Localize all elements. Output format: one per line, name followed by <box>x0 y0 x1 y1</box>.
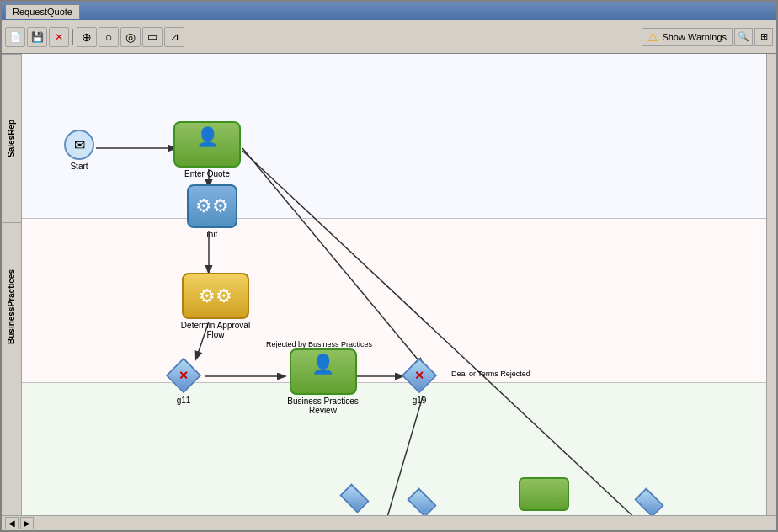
scroll-right[interactable] <box>766 54 776 515</box>
envelope-icon: ✉ <box>74 137 85 153</box>
new-icon: 📄 <box>9 31 22 43</box>
enter-quote-node[interactable]: 👤 Enter Quote <box>173 121 241 178</box>
init-box[interactable]: ⚙⚙ <box>187 184 237 228</box>
enter-quote-label: Enter Quote <box>184 169 230 178</box>
title-tab[interactable]: RequestQuote <box>5 4 80 19</box>
start-node[interactable]: ✉ Start <box>64 130 94 171</box>
save-icon: 💾 <box>31 31 44 43</box>
swimlane-bottom <box>22 382 776 515</box>
lane-divider-2 <box>22 382 776 383</box>
separator-1 <box>72 29 73 45</box>
grid-button[interactable]: ⊞ <box>754 28 773 46</box>
init-node[interactable]: ⚙⚙ init <box>187 184 237 239</box>
bpr-person-icon: 👤 <box>312 354 334 375</box>
grid-icon: ⊞ <box>760 31 768 42</box>
g19-node[interactable]: ✕ g19 <box>401 357 438 405</box>
lane-label-businesspractices: BusinessPractices <box>2 222 21 391</box>
init-label: init <box>207 230 218 239</box>
delete-button[interactable]: ✕ <box>49 27 69 47</box>
daf-node[interactable]: ⚙⚙ Determin Approval Flow <box>178 273 253 339</box>
magnifier-icon: 🔍 <box>738 31 749 42</box>
warning-icon: ⚠ <box>647 30 658 44</box>
main-window: RequestQuote 📄 💾 ✕ ⊕ ○ ◎ ▭ ⊿ ⚠ Sh <box>0 0 778 532</box>
diagonal-icon: ⊿ <box>170 30 179 43</box>
prev-button[interactable]: ◀ <box>5 517 19 529</box>
title-bar: RequestQuote <box>2 2 776 20</box>
lane-divider-1 <box>22 218 776 219</box>
circle-button[interactable]: ○ <box>99 27 119 47</box>
daf-box[interactable]: ⚙⚙ <box>182 273 249 319</box>
circle2-icon: ◎ <box>125 30 136 44</box>
canvas[interactable]: Rejected by Business Practices Deal or T… <box>22 54 776 515</box>
add-icon: ⊕ <box>82 30 92 44</box>
bpr-node[interactable]: 👤 Business Practices Review <box>283 348 363 415</box>
rejected-bp-label: Rejected by Business Practices <box>266 340 372 348</box>
g19-label: g19 <box>413 396 427 405</box>
circle2-button[interactable]: ◎ <box>120 27 141 47</box>
main-area: SalesRep BusinessPractices <box>2 54 776 515</box>
circle-icon: ○ <box>105 30 112 44</box>
start-circle: ✉ <box>64 130 94 160</box>
add-button[interactable]: ⊕ <box>77 27 97 47</box>
lane-labels: SalesRep BusinessPractices <box>2 54 22 515</box>
square-icon: ▭ <box>147 30 157 43</box>
swimlane-salesrep <box>22 54 776 218</box>
delete-icon: ✕ <box>55 31 63 43</box>
daf-label: Determin Approval Flow <box>178 321 253 339</box>
next-button[interactable]: ▶ <box>20 517 34 529</box>
diagonal-button[interactable]: ⊿ <box>164 27 184 47</box>
start-label: Start <box>70 162 88 171</box>
deal-rejected-label: Deal or Terms Rejected <box>451 370 530 378</box>
g11-label: g11 <box>177 396 191 405</box>
new-button[interactable]: 📄 <box>5 27 25 47</box>
gear-icon: ⚙⚙ <box>195 195 229 217</box>
enter-quote-box[interactable]: 👤 <box>173 121 241 168</box>
bpr-label: Business Practices Review <box>283 396 363 415</box>
toolbar: 📄 💾 ✕ ⊕ ○ ◎ ▭ ⊿ ⚠ Show Warnings 🔍 <box>2 20 776 54</box>
bottom-node-1 <box>342 490 367 507</box>
show-warnings-button[interactable]: ⚠ Show Warnings <box>642 28 733 46</box>
g11-node[interactable]: ✕ g11 <box>165 357 202 405</box>
bottom-nav: ◀ ▶ <box>2 515 776 530</box>
lane-label-empty <box>2 391 21 515</box>
save-button[interactable]: 💾 <box>27 27 47 47</box>
lane-label-salesrep: SalesRep <box>2 54 21 222</box>
person-icon: 👤 <box>196 126 219 148</box>
g19-x-icon: ✕ <box>414 369 424 382</box>
bottom-node-4 <box>409 494 434 511</box>
bottom-node-2 <box>519 477 569 511</box>
g11-x-icon: ✕ <box>179 369 189 382</box>
bottom-node-3 <box>637 494 662 511</box>
swimlane-bp <box>22 218 776 382</box>
bpr-box[interactable]: 👤 <box>290 348 357 395</box>
show-warnings-label: Show Warnings <box>662 32 727 42</box>
square-button[interactable]: ▭ <box>142 27 163 47</box>
gear2-icon: ⚙⚙ <box>199 285 232 307</box>
zoom-button[interactable]: 🔍 <box>734 28 753 46</box>
